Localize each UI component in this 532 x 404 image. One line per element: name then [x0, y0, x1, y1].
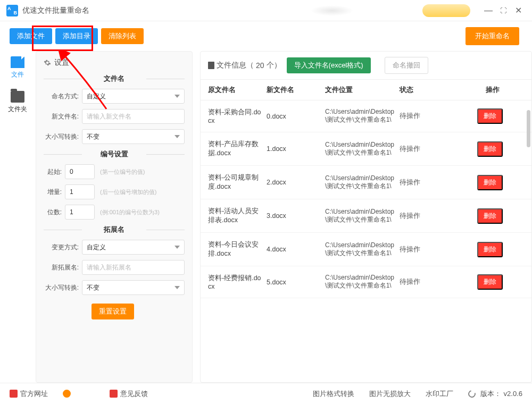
refresh-icon[interactable]: [467, 389, 477, 399]
table-row: 资料-经费报销.docx5.docxC:\Users\admin\Desktop…: [201, 266, 531, 298]
circle-icon: [63, 390, 71, 398]
file-count: 20: [256, 61, 264, 70]
nav-file-label: 文件: [11, 70, 24, 79]
nav-folder[interactable]: 文件夹: [8, 91, 27, 114]
footer-img-format[interactable]: 图片格式转换: [313, 389, 354, 399]
table-body: 资料-采购合同.docx0.docxC:\Users\admin\Desktop…: [201, 100, 531, 382]
add-file-button[interactable]: 添加文件: [10, 28, 52, 44]
decorative-swoosh: [311, 5, 353, 16]
file-info-panel: 文件信息（20个） 导入文件名(excel格式) 命名撤回 原文件名 新文件名 …: [200, 51, 532, 383]
footer-official-site[interactable]: 官方网址: [10, 389, 48, 399]
globe-icon: [10, 390, 18, 398]
minimize-button[interactable]: —: [481, 3, 496, 18]
gear-icon: [44, 59, 51, 66]
newname-input[interactable]: [82, 109, 185, 124]
close-button[interactable]: ✕: [511, 3, 526, 18]
cell-new: 5.docx: [267, 279, 325, 286]
cell-original: 资料-今日会议安排.docx: [208, 240, 267, 258]
delete-row-button[interactable]: 删除: [477, 141, 503, 157]
scrollbar[interactable]: [527, 110, 530, 147]
nav-folder-label: 文件夹: [8, 105, 27, 114]
cell-new: 0.docx: [267, 113, 325, 120]
digits-input[interactable]: [65, 205, 95, 220]
settings-header: 设置: [44, 58, 185, 68]
table-row: 资料-公司规章制度.docx2.docxC:\Users\admin\Deskt…: [201, 166, 531, 199]
cell-status: 待操作: [400, 212, 458, 221]
th-action: 操作: [458, 85, 524, 95]
cell-original: 资料-活动人员安排表.docx: [208, 207, 267, 225]
undo-rename-button[interactable]: 命名撤回: [385, 57, 428, 74]
app-title: 优速文件批量重命名: [22, 6, 89, 15]
start-label: 起始:: [44, 167, 65, 176]
app-logo-icon: [6, 5, 18, 16]
user-badge[interactable]: [422, 4, 470, 17]
footer: 官方网址 意见反馈 图片格式转换 图片无损放大 水印工厂 版本：v2.0.6: [0, 383, 532, 404]
footer-feedback[interactable]: 意见反馈: [110, 389, 148, 399]
left-nav: 文件 文件夹: [0, 51, 35, 383]
document-icon: [208, 62, 214, 69]
delete-row-button[interactable]: 删除: [477, 175, 503, 190]
start-input[interactable]: [65, 164, 95, 179]
add-directory-button[interactable]: 添加目录: [55, 28, 98, 44]
start-rename-button[interactable]: 开始重命名: [466, 27, 519, 45]
delete-row-button[interactable]: 删除: [477, 242, 503, 257]
naming-mode-label: 命名方式:: [44, 92, 82, 101]
table-row: 资料-采购合同.docx0.docxC:\Users\admin\Desktop…: [201, 100, 531, 132]
section-number-title: 编号设置: [44, 149, 185, 159]
import-names-button[interactable]: 导入文件名(excel格式): [287, 57, 371, 73]
digits-label: 位数:: [44, 208, 65, 217]
footer-watermark[interactable]: 水印工厂: [426, 389, 453, 399]
th-new: 新文件名: [267, 85, 325, 95]
th-location: 文件位置: [325, 85, 400, 95]
case-label: 大小写转换:: [44, 132, 82, 141]
step-label: 增量:: [44, 188, 65, 197]
section-ext-title: 拓展名: [44, 225, 185, 234]
section-filename-title: 文件名: [44, 74, 185, 83]
clear-list-button[interactable]: 清除列表: [101, 28, 144, 44]
th-status: 状态: [400, 85, 458, 95]
ext-mode-select[interactable]: 自定义: [82, 240, 185, 255]
table-row: 资料-活动人员安排表.docx3.docxC:\Users\admin\Desk…: [201, 199, 531, 233]
newname-label: 新文件名:: [44, 112, 82, 121]
footer-img-enlarge[interactable]: 图片无损放大: [369, 389, 411, 399]
cell-location: C:\Users\admin\Desktop\测试文件\文件重命名1\: [325, 241, 400, 258]
delete-row-button[interactable]: 删除: [477, 108, 503, 124]
file-panel-header: 文件信息（20个） 导入文件名(excel格式) 命名撤回: [201, 52, 531, 80]
ext-new-label: 新拓展名:: [44, 263, 82, 272]
start-hint: (第一位编号的值): [100, 168, 145, 176]
settings-panel: 设置 文件名 命名方式: 自定义 新文件名: 大小写转换: 不变 编号设置 起始…: [36, 51, 193, 383]
maximize-button[interactable]: ⛶: [496, 3, 511, 18]
naming-mode-select[interactable]: 自定义: [82, 89, 185, 104]
toolbar: 添加文件 添加目录 清除列表 开始重命名: [0, 21, 532, 51]
th-original: 原文件名: [208, 85, 267, 95]
step-input[interactable]: [65, 184, 95, 199]
cell-status: 待操作: [400, 245, 458, 254]
nav-file[interactable]: 文件: [11, 56, 24, 79]
cell-status: 待操作: [400, 112, 458, 121]
feedback-icon: [110, 390, 118, 398]
ext-mode-label: 变更方式:: [44, 243, 82, 252]
table-row: 资料-今日会议安排.docx4.docxC:\Users\admin\Deskt…: [201, 233, 531, 266]
delete-row-button[interactable]: 删除: [477, 274, 503, 290]
reset-settings-button[interactable]: 重置设置: [92, 304, 134, 319]
digits-hint: (例:001的编号位数为3): [100, 208, 160, 216]
main-area: 文件 文件夹 设置 文件名 命名方式: 自定义 新文件名: 大小写转换: 不变 …: [0, 51, 532, 383]
case-select[interactable]: 不变: [82, 129, 185, 144]
ext-new-input[interactable]: [82, 260, 185, 275]
footer-version: 版本：v2.0.6: [468, 389, 522, 399]
cell-status: 待操作: [400, 178, 458, 187]
delete-row-button[interactable]: 删除: [477, 208, 503, 224]
cell-original: 资料-经费报销.docx: [208, 274, 267, 290]
step-hint: (后一位编号增加的值): [100, 188, 156, 196]
cell-status: 待操作: [400, 145, 458, 154]
file-icon: [11, 56, 24, 68]
cell-status: 待操作: [400, 277, 458, 287]
cell-new: 2.docx: [267, 179, 325, 186]
cell-location: C:\Users\admin\Desktop\测试文件\文件重命名1\: [325, 174, 400, 191]
footer-unknown[interactable]: [63, 390, 95, 398]
table-header: 原文件名 新文件名 文件位置 状态 操作: [201, 80, 531, 100]
cell-original: 资料-产品库存数据.docx: [208, 140, 267, 158]
table-row: 资料-产品库存数据.docx1.docxC:\Users\admin\Deskt…: [201, 132, 531, 166]
ext-case-select[interactable]: 不变: [82, 280, 185, 295]
titlebar: 优速文件批量重命名 — ⛶ ✕: [0, 0, 532, 21]
